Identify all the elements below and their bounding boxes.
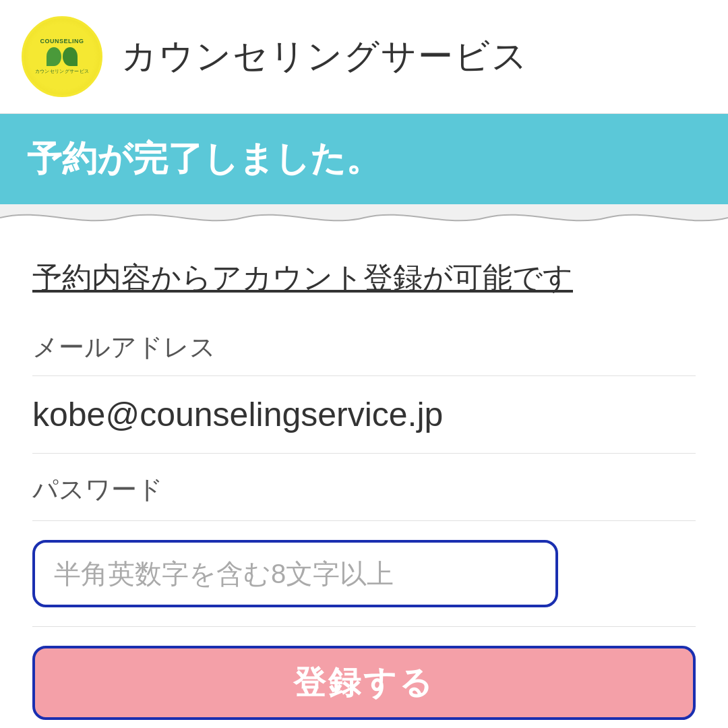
logo-text-bottom: カウンセリングサービス — [35, 69, 89, 74]
email-label: メールアドレス — [32, 330, 696, 376]
banner-text: 予約が完了しました。 — [27, 139, 381, 178]
password-input[interactable] — [32, 540, 558, 607]
register-button[interactable]: 登録する — [32, 646, 696, 720]
password-label: パスワード — [32, 454, 696, 521]
wave-divider — [0, 204, 728, 231]
email-value: kobe@counselingservice.jp — [32, 376, 696, 454]
password-input-wrapper — [32, 521, 696, 627]
header: COUNSELING カウンセリングサービス カウンセリングサービス — [0, 0, 728, 114]
logo-text-top: COUNSELING — [40, 38, 84, 44]
logo: COUNSELING カウンセリングサービス — [22, 16, 102, 97]
leaf-right-icon — [63, 47, 78, 66]
page-title: カウンセリングサービス — [121, 33, 528, 80]
register-button-wrapper: 登録する — [32, 627, 696, 720]
main-content: 予約内容からアカウント登録が可能です メールアドレス kobe@counseli… — [0, 231, 728, 728]
leaf-left-icon — [47, 47, 61, 66]
account-registration-link[interactable]: 予約内容からアカウント登録が可能です — [32, 258, 696, 298]
success-banner: 予約が完了しました。 — [0, 114, 728, 204]
logo-leaves — [47, 47, 78, 66]
